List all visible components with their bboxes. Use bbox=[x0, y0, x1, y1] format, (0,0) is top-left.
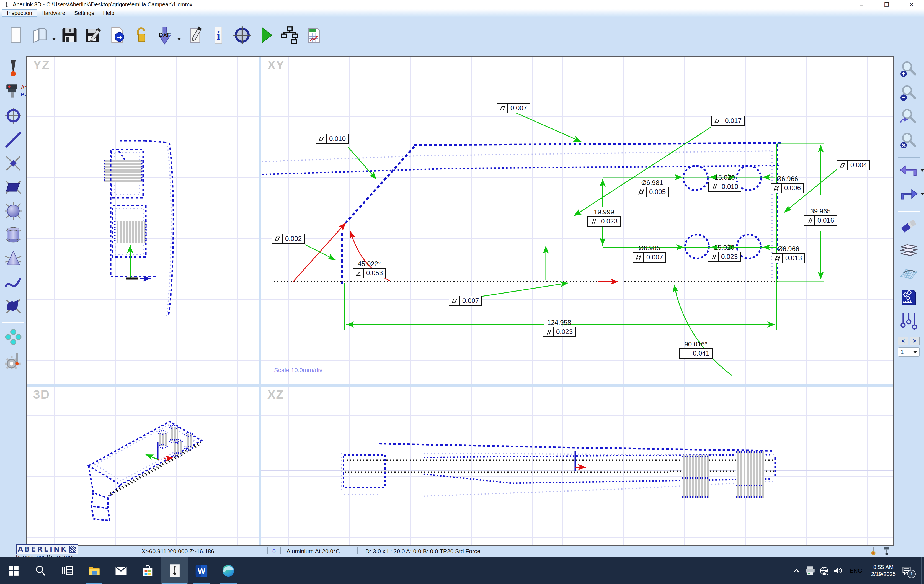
probe-configuration[interactable]: D: 3.0 x L: 20.0 A: 0.0 B: 0.0 TP20 Std … bbox=[365, 548, 480, 555]
feature-counter[interactable]: 0 bbox=[272, 548, 276, 555]
dimension-flatness-top[interactable]: 0.007 bbox=[497, 103, 530, 113]
search-taskbar-button[interactable] bbox=[27, 558, 54, 584]
mail-taskbar-button[interactable] bbox=[107, 558, 134, 584]
notification-icon[interactable]: 1 bbox=[901, 565, 912, 577]
zoom-out-button[interactable] bbox=[899, 83, 919, 103]
next-view-button[interactable]: > bbox=[909, 337, 919, 345]
erase-button[interactable] bbox=[899, 216, 919, 236]
probe-calibration-button[interactable] bbox=[3, 351, 23, 371]
redo-button[interactable] bbox=[899, 185, 919, 205]
mesh-surface-button[interactable] bbox=[899, 264, 919, 284]
task-view-taskbar-button[interactable] bbox=[54, 558, 81, 584]
aberlink-app-taskbar-button[interactable] bbox=[161, 558, 188, 584]
close-button[interactable]: ✕ bbox=[899, 0, 924, 10]
xz-drawing bbox=[261, 387, 893, 545]
material-temperature[interactable]: Aluminium At 20.0°C bbox=[287, 548, 340, 555]
open-inspection-button[interactable] bbox=[30, 25, 49, 46]
dimension-hole1-diameter[interactable]: Ø6.9810.005 bbox=[635, 179, 669, 197]
measurement-report-button[interactable] bbox=[304, 25, 323, 46]
dimension-hole2-diameter[interactable]: Ø6.9660.006 bbox=[771, 175, 804, 193]
dimension-hole-pitch-top[interactable]: 15.0200.010 bbox=[708, 174, 741, 192]
edge-taskbar-button[interactable] bbox=[215, 558, 242, 584]
dimension-length-bottom[interactable]: 124.9580.023 bbox=[543, 319, 576, 337]
graph-report-button[interactable] bbox=[899, 288, 919, 308]
dimension-flatness-chamfer[interactable]: 0.010 bbox=[315, 134, 349, 144]
new-inspection-button[interactable] bbox=[6, 25, 25, 46]
dimension-flatness-top-right[interactable]: 0.017 bbox=[711, 116, 745, 126]
dimension-row-pitch[interactable]: 19.9990.023 bbox=[587, 208, 620, 227]
save-button[interactable] bbox=[60, 25, 79, 46]
viewport-grid: YZ bbox=[26, 56, 894, 546]
viewport-3d[interactable]: 3D bbox=[27, 387, 259, 545]
run-program-button[interactable] bbox=[256, 25, 276, 46]
language-indicator[interactable]: ENG bbox=[850, 567, 863, 574]
clock[interactable]: 8:55 AM 2/19/2025 bbox=[871, 564, 896, 577]
viewport-xy[interactable]: XY Scale 10.0mm/div 0.0070.0170.0100.002… bbox=[261, 57, 893, 384]
word-taskbar-button[interactable]: W bbox=[188, 558, 215, 584]
save-as-button[interactable] bbox=[84, 25, 103, 46]
measure-point-button[interactable] bbox=[3, 154, 23, 173]
layers-button[interactable] bbox=[899, 240, 919, 260]
menu-item-help[interactable]: Help bbox=[99, 10, 119, 17]
measure-sphere-button[interactable] bbox=[3, 201, 23, 221]
speaker-icon[interactable] bbox=[832, 565, 844, 577]
dimension-angle-chamfer[interactable]: 45.022°0.053 bbox=[353, 260, 386, 278]
open-inspection-dropdown-caret[interactable] bbox=[52, 38, 56, 40]
measure-cylinder-button[interactable] bbox=[3, 225, 23, 245]
menu-item-inspection[interactable]: Inspection bbox=[2, 10, 37, 17]
export-document-button[interactable] bbox=[107, 25, 127, 46]
menu-item-hardware[interactable]: Hardware bbox=[37, 10, 70, 17]
dxf-export-dropdown-caret[interactable] bbox=[177, 38, 181, 40]
dimension-hole3-diameter[interactable]: Ø6.9850.007 bbox=[633, 244, 666, 263]
tray-chevron-icon[interactable] bbox=[790, 565, 802, 577]
probe-status-icon[interactable] bbox=[883, 547, 891, 556]
zoom-extents-button[interactable] bbox=[899, 131, 919, 151]
measure-surface-button[interactable] bbox=[3, 296, 23, 316]
redo-dropdown-caret[interactable] bbox=[921, 193, 924, 195]
viewport-xz[interactable]: XZ bbox=[261, 387, 893, 545]
start-taskbar-button[interactable] bbox=[0, 558, 27, 584]
undo-button[interactable] bbox=[899, 161, 919, 181]
machine-position-button[interactable] bbox=[233, 25, 252, 46]
dimension-flatness-left[interactable]: 0.002 bbox=[272, 234, 305, 244]
menu-item-settings[interactable]: Settings bbox=[70, 10, 99, 17]
measure-cone-button[interactable] bbox=[3, 249, 23, 269]
unlock-button[interactable] bbox=[131, 25, 150, 46]
viewport-yz[interactable]: YZ bbox=[27, 57, 259, 384]
joystick-status-icon[interactable] bbox=[869, 547, 878, 556]
view-number-select[interactable]: 1 bbox=[898, 347, 919, 357]
edit-notes-button[interactable] bbox=[185, 25, 204, 46]
undo-dropdown-caret[interactable] bbox=[921, 169, 924, 172]
program-flowchart-button[interactable] bbox=[280, 25, 300, 46]
file-explorer-taskbar-button[interactable] bbox=[81, 558, 107, 584]
previous-view-button[interactable]: < bbox=[898, 337, 908, 345]
dimension-flatness-right[interactable]: 0.004 bbox=[837, 160, 870, 170]
dimension-angle-right[interactable]: 90.016°0.041 bbox=[679, 340, 713, 359]
measure-line-button[interactable] bbox=[3, 130, 23, 149]
measure-curve-button[interactable] bbox=[3, 273, 23, 293]
store-taskbar-button[interactable] bbox=[134, 558, 161, 584]
dimension-hole4-diameter[interactable]: Ø6.9660.013 bbox=[772, 245, 805, 263]
show-desktop-button[interactable] bbox=[921, 558, 924, 584]
info-button[interactable]: i bbox=[209, 25, 228, 46]
zoom-previous-button[interactable] bbox=[899, 107, 919, 127]
tolerance-box: 0.053 bbox=[353, 268, 386, 278]
dimension-nominal: 45.022° bbox=[358, 260, 381, 268]
dimension-width-right[interactable]: 39.9650.016 bbox=[804, 207, 837, 226]
dxf-export-button[interactable]: DXF bbox=[155, 25, 174, 46]
network-globe-icon[interactable] bbox=[818, 565, 830, 577]
zoom-in-button[interactable] bbox=[899, 59, 919, 79]
measure-plane-button[interactable] bbox=[3, 177, 23, 197]
measure-circle-button[interactable] bbox=[3, 106, 23, 126]
printer-icon[interactable] bbox=[804, 565, 816, 577]
probe-head-button[interactable]: A=B= bbox=[3, 82, 23, 102]
edge-icon bbox=[221, 564, 236, 578]
probe-button[interactable] bbox=[3, 58, 23, 78]
maximize-button[interactable]: ❐ bbox=[874, 0, 899, 10]
dimension-flatness-bottom[interactable]: 0.007 bbox=[449, 296, 482, 306]
dimension-hole-pitch-bottom[interactable]: 15.0200.023 bbox=[708, 244, 741, 262]
dimension-pins-button[interactable] bbox=[899, 311, 919, 331]
tolerance-box: 0.013 bbox=[772, 253, 805, 263]
joystick-buttons-button[interactable] bbox=[3, 327, 23, 347]
minimize-button[interactable]: – bbox=[849, 0, 874, 10]
